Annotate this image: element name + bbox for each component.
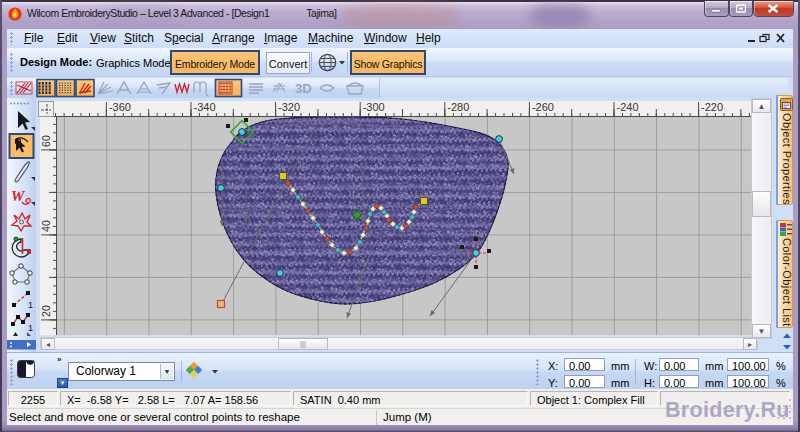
svg-text:-260: -260 [532, 101, 554, 113]
svg-text:-300: -300 [363, 101, 385, 113]
svg-text:20: 20 [40, 305, 52, 317]
svg-text:-340: -340 [194, 101, 216, 113]
svg-text:40: 40 [40, 220, 52, 232]
svg-text:1: 1 [28, 323, 33, 333]
svg-text:-320: -320 [278, 101, 300, 113]
svg-text:-360: -360 [109, 101, 131, 113]
svg-text:-280: -280 [447, 101, 469, 113]
svg-text:-240: -240 [617, 101, 639, 113]
svg-text:-220: -220 [701, 101, 723, 113]
svg-text:3D: 3D [295, 81, 312, 96]
svg-text:W: W [11, 188, 26, 204]
svg-text:60: 60 [40, 135, 52, 147]
svg-text:1: 1 [28, 300, 33, 310]
